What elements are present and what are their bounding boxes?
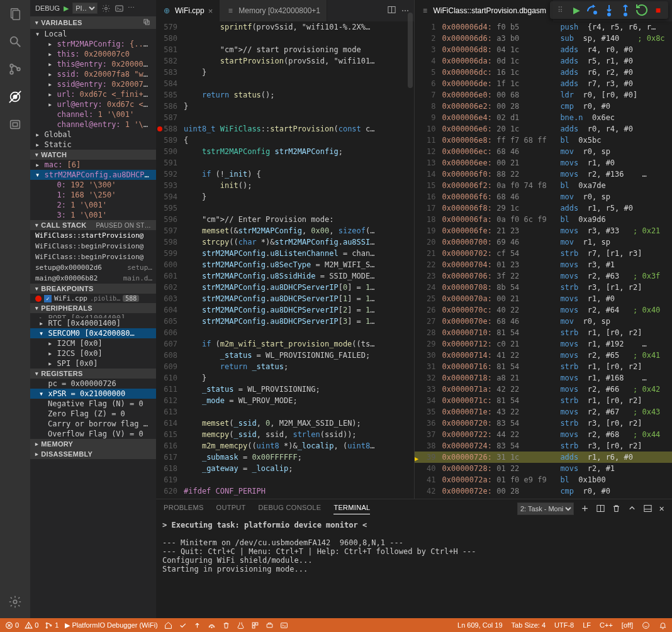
variable-row[interactable]: ▸ ssid@entry: 0x20007fa8 … [30, 79, 156, 89]
status-tabsize[interactable]: Tab Size: 4 [512, 621, 546, 629]
watch-child-row[interactable]: 0: 192 '\300' [30, 180, 156, 190]
section-breakpoints[interactable]: ▾BREAKPOINTS [30, 284, 156, 294]
status-encoding[interactable]: UTF-8 [554, 621, 574, 629]
peripheral-child[interactable]: ▸ I2CM [0x0] [30, 338, 156, 348]
section-variables[interactable]: ▾VARIABLES [30, 16, 156, 29]
variable-row[interactable]: channel: 1 '\001' [30, 109, 156, 119]
start-debug-button[interactable]: ▶ [64, 4, 69, 13]
terminal-task-select[interactable]: 2: Task - Monito… [517, 502, 574, 515]
pio-upload-icon[interactable] [193, 621, 201, 629]
step-into-button[interactable] [602, 3, 617, 18]
pio-build-icon[interactable] [179, 621, 187, 629]
pio-remote-icon[interactable] [208, 621, 216, 629]
terminal-output[interactable]: > Executing task: platformio device moni… [156, 518, 672, 618]
register-flag[interactable]: Overflow Flag (V) = 0 [30, 429, 156, 439]
section-registers[interactable]: ▾REGISTERS [30, 369, 156, 379]
panel-layout-icon[interactable] [643, 504, 652, 514]
stack-frame[interactable]: setup@0x000002d6setup… [30, 262, 156, 273]
pio-home-icon[interactable] [164, 621, 172, 629]
status-feedback-icon[interactable] [642, 621, 650, 629]
peripheral-child[interactable]: ▸ SPI [0x0] [30, 358, 156, 369]
status-mode[interactable]: [off] [622, 621, 633, 629]
section-watch[interactable]: ▾WATCH [30, 150, 156, 160]
stack-frame[interactable]: WiFiClass::startProvision@ [30, 230, 156, 241]
panel-tab[interactable]: TERMINAL [333, 504, 370, 514]
grip-icon[interactable]: ⠿ [552, 3, 568, 18]
editor-tab[interactable]: ⊕WiFi.cpp× [156, 0, 220, 21]
stack-frame[interactable]: WiFiClass::beginProvision@ [30, 252, 156, 262]
status-cursor[interactable]: Ln 609, Col 19 [457, 621, 503, 629]
close-panel-icon[interactable]: ✕ [659, 505, 664, 513]
restart-button[interactable] [634, 3, 649, 18]
register-row[interactable]: pc = 0x00000726 [30, 379, 156, 389]
files-icon[interactable] [8, 6, 23, 21]
debug-toolbar[interactable]: ⠿ ▶ ■ [550, 1, 668, 19]
status-lang[interactable]: C++ [600, 621, 613, 629]
split-terminal-icon[interactable] [596, 504, 605, 514]
watch-row[interactable]: ▸ mac: [6] [30, 160, 156, 170]
collapse-all-icon[interactable] [142, 18, 151, 28]
editor-tab[interactable]: ≡Memory [0x42000800+1 [220, 0, 327, 21]
section-memory[interactable]: ▸MEMORY [30, 439, 156, 449]
stop-button[interactable]: ■ [651, 3, 666, 18]
watch-child-row[interactable]: 1: 168 '\250' [30, 190, 156, 200]
variable-row[interactable]: ▸ this@entry: 0x200007c0 <… [30, 59, 156, 69]
register-row[interactable]: ▾ xPSR = 0x21000000 [30, 389, 156, 399]
scrollbar[interactable] [408, 13, 413, 88]
variable-row[interactable]: channel@entry: 1 '\001' [30, 119, 156, 130]
variable-row[interactable]: ▸ strM2MAPConfig: {...} [30, 39, 156, 49]
section-disassembly[interactable]: ▸DISASSEMBLY [30, 449, 156, 459]
platformio-icon[interactable] [8, 117, 23, 132]
status-bell-icon[interactable] [659, 621, 667, 629]
step-out-button[interactable] [618, 3, 633, 18]
split-editor-icon[interactable] [387, 5, 396, 16]
continue-button[interactable]: ▶ [569, 3, 584, 18]
editor-tab[interactable]: ≡WiFiClass::startProvision.dbgasm [415, 0, 553, 21]
close-tab-icon[interactable]: × [208, 6, 213, 16]
register-flag[interactable]: Zero Flag (Z) = 0 [30, 409, 156, 419]
pio-terminal-icon[interactable] [280, 621, 288, 629]
new-terminal-icon[interactable] [580, 504, 590, 514]
scope-header[interactable]: ▸ Global [30, 130, 156, 140]
register-flag[interactable]: Carry or borrow flag (… [30, 419, 156, 429]
kill-terminal-icon[interactable] [612, 504, 621, 514]
stack-frame[interactable]: WiFiClass::beginProvision@ [30, 241, 156, 252]
gear-icon[interactable] [101, 4, 111, 13]
panel-tab[interactable]: PROBLEMS [164, 504, 204, 514]
status-git[interactable]: 1 [45, 621, 59, 629]
panel-tab[interactable]: OUTPUT [216, 504, 246, 514]
status-eol[interactable]: LF [583, 621, 591, 629]
breakpoint-row[interactable]: ✓WiFi.cpp.piolib…588 [30, 294, 156, 303]
section-callstack[interactable]: ▾CALL STACKPAUSED ON ST… [30, 220, 156, 230]
pio-clean-icon[interactable] [222, 621, 230, 629]
register-flag[interactable]: Negative Flag (N) = 0 [30, 399, 156, 409]
debug-console-icon[interactable] [115, 4, 124, 13]
section-peripherals[interactable]: ▾PERIPHERALS [30, 303, 156, 313]
variable-row[interactable]: ▸ url@entry: 0xd67c <_fin… [30, 99, 156, 109]
maximize-panel-icon[interactable] [627, 504, 637, 514]
status-debug-target[interactable]: ▶ PlatformIO Debugger (WiFi) [65, 621, 157, 629]
stack-frame[interactable]: main@0x00006b82main.d… [30, 273, 156, 284]
status-errors[interactable]: 0 0 [5, 621, 38, 629]
pio-tasks-icon[interactable] [251, 621, 259, 629]
pio-serial-icon[interactable] [266, 621, 274, 629]
variable-row[interactable]: ▸ ssid: 0x20007fa8 "wifi1… [30, 69, 156, 79]
debug-icon[interactable] [8, 89, 23, 104]
variable-row[interactable]: ▸ url: 0xd67c <_fini+752>… [30, 89, 156, 99]
pio-test-icon[interactable] [237, 621, 245, 629]
peripheral-child[interactable]: ▸ I2CS [0x0] [30, 348, 156, 358]
peripheral-row[interactable]: ▾ SERCOM0 [0x4200080… [30, 328, 156, 338]
search-icon[interactable] [8, 34, 23, 49]
disassembly-editor[interactable]: 10x000006d4: f0 b5 push {r4, r5, r6, r…2… [415, 21, 673, 499]
scope-header[interactable]: ▸ Static [30, 140, 156, 150]
scope-header[interactable]: ▾ Local [30, 29, 156, 39]
step-over-button[interactable] [585, 3, 600, 18]
watch-child-row[interactable]: 2: 1 '\001' [30, 200, 156, 210]
code-editor[interactable]: 579 sprintf(provSsid, "wifi101-%.2X%…580… [156, 21, 414, 499]
more-icon[interactable]: ⋯ [128, 4, 137, 13]
gear-icon[interactable] [8, 594, 23, 609]
debug-config-select[interactable]: PI… [72, 3, 98, 14]
scm-icon[interactable] [8, 62, 23, 77]
panel-tab[interactable]: DEBUG CONSOLE [259, 504, 322, 514]
peripheral-row[interactable]: ▸ RTC [0x40001400] [30, 318, 156, 328]
